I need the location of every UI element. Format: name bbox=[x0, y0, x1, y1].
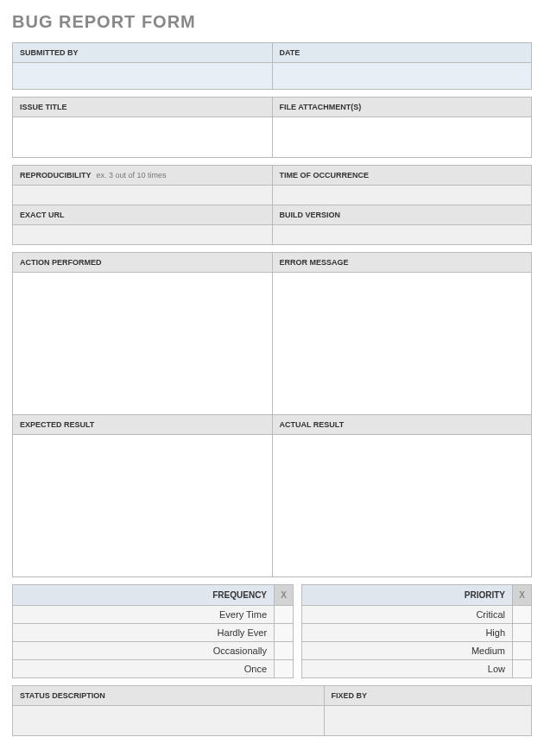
section-status: STATUS DESCRIPTION FIXED BY bbox=[12, 685, 532, 736]
action-performed-input[interactable] bbox=[13, 273, 272, 411]
build-version-label: BUILD VERSION bbox=[272, 205, 532, 225]
frequency-check-1[interactable] bbox=[275, 624, 293, 639]
actual-result-label: ACTUAL RESULT bbox=[272, 415, 532, 435]
action-performed-label: ACTION PERFORMED bbox=[13, 253, 273, 273]
frequency-check-3[interactable] bbox=[275, 660, 293, 676]
file-attachment-label: FILE ATTACHMENT(S) bbox=[272, 98, 532, 117]
section-submitter: SUBMITTED BY DATE bbox=[12, 42, 532, 90]
priority-check-3[interactable] bbox=[513, 660, 531, 676]
page-title: BUG REPORT FORM bbox=[12, 12, 532, 32]
frequency-check-0[interactable] bbox=[275, 606, 293, 621]
file-attachment-input[interactable] bbox=[273, 117, 532, 154]
priority-check-0[interactable] bbox=[513, 606, 531, 621]
error-message-label: ERROR MESSAGE bbox=[272, 253, 532, 273]
expected-result-label: EXPECTED RESULT bbox=[13, 415, 273, 435]
priority-check-2[interactable] bbox=[513, 642, 531, 658]
priority-x-header: X bbox=[513, 585, 532, 606]
frequency-option-3: Once bbox=[13, 660, 275, 678]
exact-url-input[interactable] bbox=[13, 225, 272, 244]
time-occurrence-input[interactable] bbox=[273, 186, 532, 205]
status-description-label: STATUS DESCRIPTION bbox=[13, 686, 325, 706]
build-version-input[interactable] bbox=[273, 225, 532, 244]
error-message-input[interactable] bbox=[273, 273, 532, 411]
section-frequency-priority: FREQUENCY X PRIORITY X Every Time Critic… bbox=[12, 584, 532, 678]
expected-result-input[interactable] bbox=[13, 435, 272, 573]
submitted-by-label: SUBMITTED BY bbox=[13, 43, 273, 63]
priority-header: PRIORITY bbox=[302, 585, 513, 606]
frequency-check-2[interactable] bbox=[275, 642, 293, 658]
exact-url-label: EXACT URL bbox=[13, 205, 273, 225]
reproducibility-label: REPRODUCIBILITYex. 3 out of 10 times bbox=[13, 166, 273, 186]
priority-option-2: Medium bbox=[302, 642, 513, 660]
priority-option-1: High bbox=[302, 624, 513, 642]
frequency-header: FREQUENCY bbox=[13, 585, 275, 606]
reproducibility-input[interactable] bbox=[13, 186, 272, 205]
fixed-by-label: FIXED BY bbox=[324, 686, 531, 706]
section-results: ACTION PERFORMED ERROR MESSAGE EXPECTED … bbox=[12, 252, 532, 577]
status-description-input[interactable] bbox=[13, 706, 324, 732]
date-input[interactable] bbox=[273, 63, 532, 89]
submitted-by-input[interactable] bbox=[13, 63, 272, 89]
priority-option-0: Critical bbox=[302, 606, 513, 624]
frequency-x-header: X bbox=[275, 585, 294, 606]
issue-title-input[interactable] bbox=[13, 117, 272, 154]
priority-option-3: Low bbox=[302, 660, 513, 678]
fixed-by-input[interactable] bbox=[325, 706, 531, 732]
frequency-option-1: Hardly Ever bbox=[13, 624, 275, 642]
frequency-option-0: Every Time bbox=[13, 606, 275, 624]
actual-result-input[interactable] bbox=[273, 435, 532, 573]
date-label: DATE bbox=[272, 43, 532, 63]
priority-check-1[interactable] bbox=[513, 624, 531, 639]
section-repro: REPRODUCIBILITYex. 3 out of 10 times TIM… bbox=[12, 165, 532, 245]
time-occurrence-label: TIME OF OCCURRENCE bbox=[272, 166, 532, 186]
section-issue: ISSUE TITLE FILE ATTACHMENT(S) bbox=[12, 97, 532, 158]
frequency-option-2: Occasionally bbox=[13, 642, 275, 660]
issue-title-label: ISSUE TITLE bbox=[13, 98, 273, 117]
